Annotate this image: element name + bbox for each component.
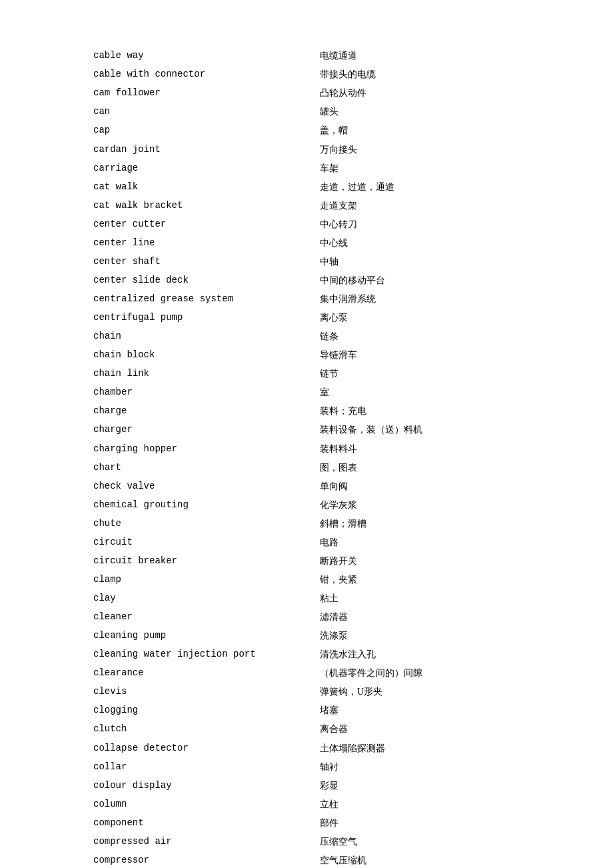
table-row: cat walk走道，过道，通道: [93, 177, 560, 196]
definition-cell: 化学灰浆: [320, 496, 560, 515]
definition-cell: 链节: [320, 365, 560, 383]
definition-cell: 彩显: [320, 776, 560, 795]
term-cell: carriage: [93, 159, 320, 177]
dictionary-table: cable way电缆通道cable with connector带接头的电缆c…: [93, 47, 560, 868]
table-row: clay粘土: [93, 589, 560, 608]
definition-cell: 车架: [320, 159, 560, 177]
table-row: carriage车架: [93, 159, 560, 177]
definition-cell: 离合器: [320, 720, 560, 739]
table-row: colour display彩显: [93, 776, 560, 795]
term-cell: column: [93, 795, 320, 814]
definition-cell: 离心泵: [320, 309, 560, 327]
term-cell: circuit breaker: [93, 552, 320, 571]
definition-cell: 集中润滑系统: [320, 290, 560, 309]
definition-cell: 立柱: [320, 795, 560, 814]
definition-cell: 走道支架: [320, 197, 560, 215]
table-row: clevis弹簧钩，U形夹: [93, 683, 560, 701]
table-row: chain block导链滑车: [93, 346, 560, 365]
definition-cell: 带接头的电缆: [320, 65, 560, 84]
definition-cell: 断路开关: [320, 552, 560, 571]
table-row: charging hopper装料料斗: [93, 439, 560, 458]
term-cell: cleaner: [93, 608, 320, 627]
term-cell: cardan joint: [93, 140, 320, 159]
definition-cell: 土体塌陷探测器: [320, 739, 560, 757]
definition-cell: 室: [320, 383, 560, 402]
definition-cell: 空气压缩机: [320, 851, 560, 868]
table-row: circuit电路: [93, 533, 560, 552]
term-cell: cable way: [93, 47, 320, 65]
term-cell: clamp: [93, 571, 320, 589]
table-row: charger装料设备，装（送）料机: [93, 421, 560, 439]
definition-cell: 万向接头: [320, 140, 560, 159]
table-row: chute斜槽；滑槽: [93, 515, 560, 533]
table-row: center line中心线: [93, 234, 560, 253]
definition-cell: 导链滑车: [320, 346, 560, 365]
term-cell: centralized grease system: [93, 290, 320, 309]
table-row: centralized grease system集中润滑系统: [93, 290, 560, 309]
table-row: clogging堵塞: [93, 701, 560, 720]
term-cell: cap: [93, 121, 320, 140]
term-cell: cleaning pump: [93, 627, 320, 645]
table-row: chamber室: [93, 383, 560, 402]
term-cell: cat walk bracket: [93, 197, 320, 215]
term-cell: collar: [93, 757, 320, 776]
term-cell: can: [93, 103, 320, 121]
table-row: chart图，图表: [93, 458, 560, 477]
term-cell: chain block: [93, 346, 320, 365]
definition-cell: 中心转刀: [320, 215, 560, 234]
term-cell: chain: [93, 327, 320, 346]
definition-cell: 单向阀: [320, 477, 560, 495]
table-row: compressor空气压缩机: [93, 851, 560, 868]
term-cell: cam follower: [93, 84, 320, 103]
term-cell: cat walk: [93, 177, 320, 196]
definition-cell: 电缆通道: [320, 47, 560, 65]
table-row: chemical grouting化学灰浆: [93, 496, 560, 515]
table-row: cap盖，帽: [93, 121, 560, 140]
term-cell: clutch: [93, 720, 320, 739]
term-cell: colour display: [93, 776, 320, 795]
table-row: clearance（机器零件之间的）间隙: [93, 664, 560, 683]
table-row: compressed air压缩空气: [93, 833, 560, 851]
table-row: centrifugal pump离心泵: [93, 309, 560, 327]
definition-cell: 装料料斗: [320, 439, 560, 458]
term-cell: charge: [93, 402, 320, 421]
table-row: center shaft中轴: [93, 253, 560, 271]
term-cell: charger: [93, 421, 320, 439]
term-cell: clay: [93, 589, 320, 608]
table-row: can罐头: [93, 103, 560, 121]
definition-cell: 链条: [320, 327, 560, 346]
term-cell: center cutter: [93, 215, 320, 234]
term-cell: clogging: [93, 701, 320, 720]
definition-cell: 装料；充电: [320, 402, 560, 421]
term-cell: cleaning water injection port: [93, 645, 320, 664]
term-cell: collapse detector: [93, 739, 320, 757]
term-cell: component: [93, 814, 320, 833]
table-row: circuit breaker断路开关: [93, 552, 560, 571]
definition-cell: 滤清器: [320, 608, 560, 627]
term-cell: charging hopper: [93, 439, 320, 458]
definition-cell: 钳，夹紧: [320, 571, 560, 589]
table-row: cable way电缆通道: [93, 47, 560, 65]
table-row: cardan joint万向接头: [93, 140, 560, 159]
definition-cell: 轴衬: [320, 757, 560, 776]
definition-cell: 中间的移动平台: [320, 271, 560, 290]
definition-cell: 堵塞: [320, 701, 560, 720]
term-cell: check valve: [93, 477, 320, 495]
term-cell: chain link: [93, 365, 320, 383]
definition-cell: 图，图表: [320, 458, 560, 477]
table-row: collar轴衬: [93, 757, 560, 776]
table-row: chain链条: [93, 327, 560, 346]
table-row: column立柱: [93, 795, 560, 814]
term-cell: clevis: [93, 683, 320, 701]
definition-cell: 清洗水注入孔: [320, 645, 560, 664]
definition-cell: 洗涤泵: [320, 627, 560, 645]
term-cell: compressed air: [93, 833, 320, 851]
table-row: charge装料；充电: [93, 402, 560, 421]
table-row: chain link链节: [93, 365, 560, 383]
term-cell: center slide deck: [93, 271, 320, 290]
term-cell: chemical grouting: [93, 496, 320, 515]
definition-cell: 罐头: [320, 103, 560, 121]
table-row: center slide deck中间的移动平台: [93, 271, 560, 290]
definition-cell: 压缩空气: [320, 833, 560, 851]
definition-cell: 斜槽；滑槽: [320, 515, 560, 533]
